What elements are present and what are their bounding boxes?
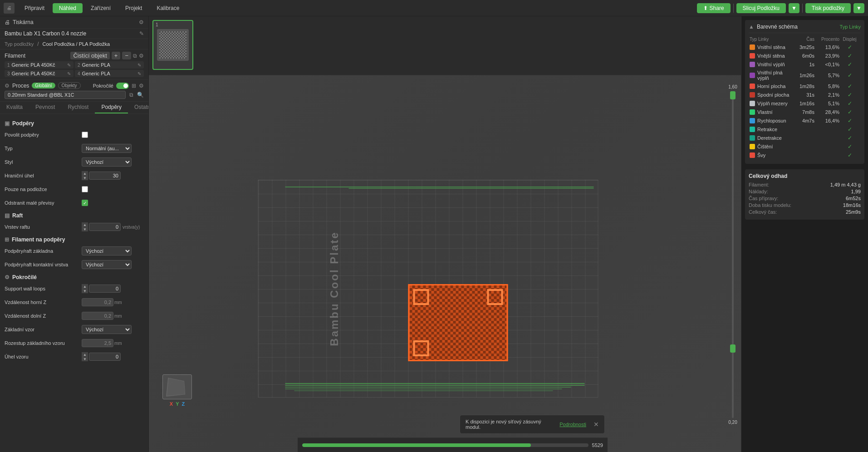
naklady-label: Náklady: bbox=[749, 189, 768, 194]
filament-1-copy-icon[interactable]: ✎ bbox=[67, 63, 71, 68]
filament-clean-button[interactable]: Čistící objekt bbox=[70, 52, 109, 59]
odstranit-checkbox[interactable]: ✓ bbox=[82, 200, 88, 206]
printer-gear-icon[interactable]: ⚙ bbox=[139, 19, 144, 25]
tab-pevnost[interactable]: Pevnost bbox=[29, 102, 61, 113]
layer-slider[interactable]: 1,60 0,20 bbox=[729, 84, 736, 425]
hranicni-uhel-down[interactable]: ▼ bbox=[82, 176, 88, 180]
legend-check-10[interactable]: ✓ bbox=[839, 135, 860, 141]
printer-edit-icon[interactable]: ✎ bbox=[139, 30, 144, 37]
typ-select[interactable]: Normální (au... bbox=[82, 144, 132, 153]
layer-slider-thumb-top[interactable] bbox=[730, 91, 736, 99]
filament-4-copy-icon[interactable]: ✎ bbox=[137, 71, 141, 76]
summary-row-filament: Filament: 1,49 m 4,43 g bbox=[749, 182, 861, 187]
zakladna-select[interactable]: Výchozí bbox=[82, 246, 132, 255]
legend-check-7[interactable]: ✓ bbox=[839, 109, 860, 115]
vrstev-down[interactable]: ▼ bbox=[82, 227, 88, 231]
legend-check-1[interactable]: ✓ bbox=[839, 53, 860, 59]
legend-collapse-icon[interactable]: ▲ bbox=[749, 24, 754, 30]
filament-remove-button[interactable]: − bbox=[122, 52, 131, 59]
zakladni-vzor-select[interactable]: Výchozí bbox=[82, 325, 132, 334]
model-object[interactable] bbox=[408, 284, 508, 361]
tab-ostatni[interactable]: Ostatní bbox=[128, 102, 149, 113]
left-panel: 🖨 Tiskárna ⚙ Bambu Lab X1 Carbon 0.4 noz… bbox=[0, 16, 149, 452]
process-copy-icon[interactable]: ⧉ bbox=[129, 92, 133, 98]
layer-slider-thumb-bot[interactable] bbox=[730, 344, 736, 353]
vrstev-up[interactable]: ▲ bbox=[82, 222, 88, 227]
legend-check-11[interactable]: ✓ bbox=[839, 143, 860, 150]
plate-type-value[interactable]: Cool Podložka / PLA Podložka bbox=[43, 41, 110, 47]
rozestup-input[interactable] bbox=[82, 339, 113, 347]
filament-item-3[interactable]: 3 Generic PLA 450Kč ✎ bbox=[5, 70, 74, 77]
legend-check-0[interactable]: ✓ bbox=[839, 44, 860, 50]
nav-zarizeni[interactable]: Zařízení bbox=[84, 3, 117, 13]
swl-up[interactable]: ▲ bbox=[82, 284, 88, 289]
nav-nahled[interactable]: Náhled bbox=[53, 3, 83, 13]
legend-row-8: Rychloposun 4m7s 16,4% ✓ bbox=[749, 117, 861, 124]
legend-check-4[interactable]: ✓ bbox=[839, 83, 860, 89]
share-button[interactable]: ⬆ Share bbox=[697, 3, 731, 13]
notification-link[interactable]: Podrobnosti bbox=[559, 422, 586, 427]
thumbnail-panel: 1 bbox=[149, 16, 741, 75]
filament-copy-icon[interactable]: ⧉ bbox=[133, 53, 137, 59]
vzdalenost-dolni-z-input[interactable] bbox=[82, 312, 113, 320]
legend-dropdown[interactable]: Typ Linky bbox=[840, 24, 861, 29]
support-wall-loops-input[interactable] bbox=[89, 285, 121, 293]
legend-check-3[interactable]: ✓ bbox=[839, 72, 860, 79]
hranicni-uhel-spinner: ▲ ▼ bbox=[82, 171, 121, 180]
row-odstranit: Odstranit malé převisy ✓ bbox=[5, 197, 144, 209]
pouze-checkbox[interactable] bbox=[82, 186, 88, 192]
legend-title: Barevné schéma bbox=[757, 24, 798, 30]
tag-global[interactable]: Globální bbox=[32, 83, 55, 88]
process-name-input[interactable] bbox=[5, 91, 126, 99]
color-legend: ▲ Barevné schéma Typ Linky Typ Linky Čas… bbox=[745, 20, 864, 164]
legend-check-6[interactable]: ✓ bbox=[839, 100, 860, 107]
advanced-grid-icon[interactable]: ⊞ bbox=[132, 83, 136, 89]
tab-kvalita[interactable]: Kvalita bbox=[0, 102, 29, 113]
legend-check-2[interactable]: ✓ bbox=[839, 61, 860, 68]
uhel-input[interactable] bbox=[89, 353, 121, 361]
legend-check-8[interactable]: ✓ bbox=[839, 118, 860, 124]
notification-close-icon[interactable]: ✕ bbox=[593, 421, 599, 428]
kontaktni-select[interactable]: Výchozí bbox=[82, 260, 132, 269]
filament-settings-icon[interactable]: ⚙ bbox=[139, 53, 144, 59]
tag-objects[interactable]: Objekty bbox=[58, 82, 81, 89]
process-search-icon[interactable]: 🔍 bbox=[137, 92, 144, 98]
vrstev-input[interactable] bbox=[89, 223, 121, 231]
legend-row-1: Vnější stěna 6m0s 23,9% ✓ bbox=[749, 52, 861, 59]
print-dropdown[interactable]: ▼ bbox=[853, 3, 864, 13]
hranicni-uhel-input[interactable] bbox=[89, 172, 121, 180]
slice-dropdown[interactable]: ▼ bbox=[789, 3, 799, 13]
travel-line-1 bbox=[285, 187, 593, 187]
filament-item-2[interactable]: 2 Generic PLA ✎ bbox=[75, 61, 144, 69]
filament-add-button[interactable]: + bbox=[112, 52, 121, 59]
nav-pripravit[interactable]: Připravit bbox=[18, 3, 51, 13]
swl-down[interactable]: ▼ bbox=[82, 289, 88, 293]
legend-check-9[interactable]: ✓ bbox=[839, 126, 860, 133]
advanced-toggle[interactable] bbox=[116, 83, 129, 89]
filament-3-copy-icon[interactable]: ✎ bbox=[67, 71, 71, 76]
uhel-down[interactable]: ▼ bbox=[82, 357, 88, 361]
slice-button[interactable]: Slicuj Podložku bbox=[736, 3, 786, 13]
odstranit-label: Odstranit malé převisy bbox=[5, 200, 82, 206]
filament-2-copy-icon[interactable]: ✎ bbox=[137, 63, 141, 68]
nav-kalibrace[interactable]: Kalibrace bbox=[150, 3, 186, 13]
layer-slider-track[interactable] bbox=[732, 91, 734, 418]
advanced-settings-icon[interactable]: ⚙ bbox=[139, 83, 144, 89]
summary-title: Celkový odhad bbox=[749, 173, 861, 179]
print-button[interactable]: Tisk podložky bbox=[805, 3, 851, 13]
vzdalenost-horni-z-input[interactable] bbox=[82, 298, 113, 306]
tab-podpory[interactable]: Podpěry bbox=[95, 102, 128, 113]
filament-item-4[interactable]: 4 Generic PLA ✎ bbox=[75, 70, 144, 77]
nav-projekt[interactable]: Projekt bbox=[119, 3, 148, 13]
tab-rychlost[interactable]: Rychlost bbox=[61, 102, 95, 113]
legend-check-5[interactable]: ✓ bbox=[839, 92, 860, 98]
legend-check-12[interactable]: ✓ bbox=[839, 152, 860, 158]
povolit-podpory-checkbox[interactable] bbox=[82, 132, 88, 138]
filament-item-1[interactable]: 1 Generic PLA 450Kč ✎ bbox=[5, 61, 74, 69]
uhel-up[interactable]: ▲ bbox=[82, 352, 88, 357]
process-icon: ⚙ bbox=[5, 83, 10, 89]
thumbnail-1[interactable]: 1 bbox=[152, 20, 193, 70]
styl-select[interactable]: Výchozí bbox=[82, 157, 132, 167]
hranicni-uhel-up[interactable]: ▲ bbox=[82, 171, 88, 176]
tabs: Kvalita Pevnost Rychlost Podpěry Ostatní bbox=[0, 102, 148, 114]
